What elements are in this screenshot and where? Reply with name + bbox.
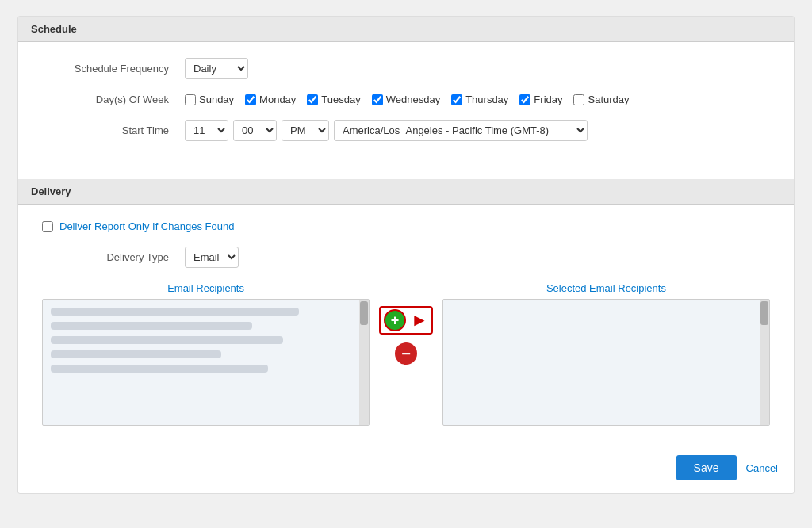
footer-row: Save Cancel: [18, 442, 794, 493]
transfer-buttons: + ► −: [370, 306, 442, 365]
selected-scrollbar-right: [760, 300, 769, 425]
day-saturday-label: Saturday: [588, 94, 629, 105]
delivery-type-select[interactable]: Email FTP SFTP: [185, 247, 239, 268]
day-sunday-label: Sunday: [199, 94, 234, 105]
delivery-section-body: Deliver Report Only If Changes Found Del…: [18, 205, 794, 442]
scrollbar-right: [359, 300, 369, 425]
day-tuesday-label: Tuesday: [321, 94, 360, 105]
email-recipients-container: Email Recipients: [42, 282, 370, 426]
start-time-label: Start Time: [42, 124, 185, 136]
checkbox-tuesday[interactable]: [307, 94, 318, 105]
day-friday: Friday: [519, 94, 562, 105]
day-sunday: Sunday: [185, 94, 234, 105]
days-container: Sunday Monday Tuesday Wednesday Thursday: [185, 94, 630, 105]
email-recipients-listbox[interactable]: [42, 299, 370, 426]
checkbox-sunday[interactable]: [185, 94, 196, 105]
changes-only-row: Deliver Report Only If Changes Found: [42, 220, 770, 232]
day-tuesday: Tuesday: [307, 94, 360, 105]
day-wednesday: Wednesday: [372, 94, 440, 105]
selected-email-recipients-container: Selected Email Recipients: [442, 282, 770, 426]
scrollbar-thumb: [360, 301, 368, 325]
checkbox-monday[interactable]: [245, 94, 256, 105]
changes-only-label[interactable]: Deliver Report Only If Changes Found: [42, 220, 234, 232]
cancel-button[interactable]: Cancel: [746, 462, 778, 474]
selected-email-recipients-listbox[interactable]: [442, 299, 770, 426]
delivery-title: Delivery: [31, 186, 71, 197]
schedule-frequency-select[interactable]: Daily Weekly Monthly: [185, 58, 248, 79]
day-thursday: Thursday: [451, 94, 508, 105]
email-recipients-section: Email Recipients +: [42, 282, 770, 426]
day-saturday: Saturday: [573, 94, 629, 105]
day-monday-label: Monday: [259, 94, 296, 105]
checkbox-wednesday[interactable]: [372, 94, 383, 105]
day-monday: Monday: [245, 94, 296, 105]
hour-select[interactable]: 1234 5678 9101112: [185, 120, 228, 141]
days-of-week-row: Day(s) Of Week Sunday Monday Tuesday Wed…: [42, 94, 770, 105]
minute-select[interactable]: 00153045: [233, 120, 277, 141]
save-button[interactable]: Save: [676, 455, 737, 480]
schedule-title: Schedule: [31, 23, 77, 35]
time-container: 1234 5678 9101112 00153045 AM PM America…: [185, 120, 588, 141]
day-friday-label: Friday: [534, 94, 562, 105]
remove-recipient-button[interactable]: −: [395, 342, 417, 365]
changes-only-checkbox[interactable]: [42, 221, 53, 232]
delivery-type-row: Delivery Type Email FTP SFTP: [42, 247, 770, 268]
day-thursday-label: Thursday: [465, 94, 508, 105]
timezone-select[interactable]: America/Los_Angeles - Pacific Time (GMT-…: [334, 120, 588, 141]
delivery-type-label: Delivery Type: [42, 251, 185, 263]
email-recipients-label: Email Recipients: [167, 282, 244, 294]
days-of-week-label: Day(s) Of Week: [42, 94, 185, 105]
selected-scrollbar-thumb: [760, 301, 768, 325]
checkbox-friday[interactable]: [519, 94, 530, 105]
day-wednesday-label: Wednesday: [386, 94, 440, 105]
ampm-select[interactable]: AM PM: [282, 120, 329, 141]
start-time-row: Start Time 1234 5678 9101112 00153045 AM…: [42, 120, 770, 141]
checkbox-saturday[interactable]: [573, 94, 584, 105]
schedule-section-body: Schedule Frequency Daily Weekly Monthly …: [18, 42, 794, 171]
add-recipient-button[interactable]: +: [384, 309, 406, 331]
add-button-wrapper: + ►: [379, 306, 433, 335]
arrow-right-icon: ►: [411, 310, 428, 331]
email-recipients-content: [43, 300, 369, 387]
selected-email-recipients-label: Selected Email Recipients: [546, 282, 666, 294]
schedule-frequency-row: Schedule Frequency Daily Weekly Monthly: [42, 58, 770, 79]
checkbox-thursday[interactable]: [451, 94, 462, 105]
delivery-section-header: Delivery: [18, 179, 794, 205]
main-container: Schedule Schedule Frequency Daily Weekly…: [17, 16, 795, 494]
changes-only-text: Deliver Report Only If Changes Found: [59, 220, 234, 232]
schedule-section-header: Schedule: [18, 17, 794, 42]
schedule-frequency-label: Schedule Frequency: [42, 63, 185, 75]
